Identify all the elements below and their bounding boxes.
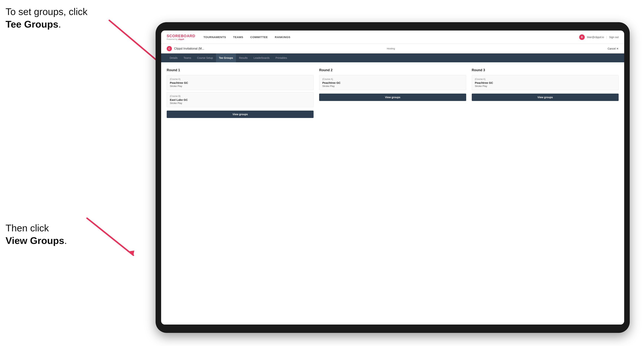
- tab-course-setup[interactable]: Course Setup: [194, 53, 216, 62]
- tab-results[interactable]: Results: [236, 53, 250, 62]
- instruction-top-line1: To set groups, click: [6, 6, 88, 17]
- round-2-course-a-card: (Course A) Peachtree GC Stroke Play: [319, 75, 466, 90]
- sign-out-link[interactable]: Sign out: [609, 36, 619, 39]
- round-2-view-groups-button[interactable]: View groups: [319, 94, 466, 101]
- tab-details[interactable]: Details: [167, 53, 180, 62]
- rounds-grid: Round 1 (Course A) Peachtree GC Stroke P…: [167, 68, 619, 118]
- round-3-course-a-format: Stroke Play: [475, 85, 616, 87]
- instruction-top-bold: Tee Groups: [6, 19, 58, 30]
- round-1-title: Round 1: [167, 68, 314, 72]
- logo-sub: Powered by clippit: [167, 38, 195, 40]
- round-1-course-b-card: (Course B) East Lake GC Stroke Play: [167, 92, 314, 107]
- round-3-course-a-card: (Course A) Peachtree GC Stroke Play: [472, 75, 619, 90]
- nav-tournaments[interactable]: TOURNAMENTS: [203, 34, 227, 40]
- round-3-view-groups-button[interactable]: View groups: [472, 94, 619, 101]
- top-nav: SCOREBOARD Powered by clippit TOURNAMENT…: [161, 30, 624, 44]
- round-2-course-a-name: Peachtree GC: [322, 81, 463, 84]
- nav-committee[interactable]: COMMITTEE: [250, 34, 268, 40]
- round-3-column: Round 3 (Course A) Peachtree GC Stroke P…: [472, 68, 619, 118]
- nav-teams[interactable]: TEAMS: [232, 34, 244, 40]
- round-2-course-a-format: Stroke Play: [322, 85, 463, 87]
- tab-teams[interactable]: Teams: [180, 53, 194, 62]
- round-1-course-a-name: Peachtree GC: [170, 81, 310, 84]
- cancel-button[interactable]: Cancel ✕: [608, 47, 619, 50]
- logo-area: SCOREBOARD Powered by clippit: [167, 34, 195, 40]
- nav-right: B blair@clippd.io | Sign out: [579, 34, 619, 40]
- round-3-title: Round 3: [472, 68, 619, 72]
- tournament-name: Clippd Invitational (M...: [174, 47, 387, 50]
- main-content: Round 1 (Course A) Peachtree GC Stroke P…: [161, 62, 624, 325]
- instruction-top: To set groups, click Tee Groups.: [6, 5, 88, 30]
- user-avatar: B: [579, 34, 585, 40]
- round-1-course-b-format: Stroke Play: [170, 102, 310, 105]
- tournament-header: C Clippd Invitational (M... Hosting Canc…: [161, 44, 624, 53]
- tournament-logo: C: [167, 46, 172, 51]
- round-1-course-a-label: (Course A): [170, 78, 310, 80]
- tab-printables[interactable]: Printables: [273, 53, 290, 62]
- round-2-title: Round 2: [319, 68, 466, 72]
- tab-tee-groups[interactable]: Tee Groups: [216, 53, 236, 62]
- instruction-bottom-punct: .: [64, 235, 67, 246]
- round-2-course-a-label: (Course A): [322, 78, 463, 80]
- instruction-bottom: Then click View Groups.: [6, 222, 67, 247]
- tab-leaderboards[interactable]: Leaderboards: [250, 53, 272, 62]
- instruction-top-punct: .: [58, 19, 61, 30]
- main-nav: TOURNAMENTS TEAMS COMMITTEE RANKINGS: [203, 34, 579, 40]
- tablet-frame: SCOREBOARD Powered by clippit TOURNAMENT…: [156, 22, 630, 333]
- instruction-bottom-bold: View Groups: [6, 235, 64, 246]
- svg-marker-3: [128, 251, 134, 255]
- round-1-course-b-name: East Lake GC: [170, 98, 310, 101]
- instruction-bottom-line1: Then click: [6, 223, 49, 233]
- round-2-column: Round 2 (Course A) Peachtree GC Stroke P…: [319, 68, 466, 118]
- round-1-view-groups-button[interactable]: View groups: [167, 111, 314, 118]
- round-1-course-a-format: Stroke Play: [170, 85, 310, 87]
- logo-text: SCOREBOARD: [167, 34, 195, 38]
- round-3-course-a-label: (Course A): [475, 78, 616, 80]
- sub-nav: Details Teams Course Setup Tee Groups Re…: [161, 53, 624, 62]
- svg-line-2: [87, 218, 133, 255]
- round-3-course-a-name: Peachtree GC: [475, 81, 616, 84]
- round-1-column: Round 1 (Course A) Peachtree GC Stroke P…: [167, 68, 314, 118]
- user-email: blair@clippd.io: [587, 36, 604, 39]
- tablet-screen: SCOREBOARD Powered by clippit TOURNAMENT…: [161, 30, 624, 325]
- view-groups-arrow: [82, 214, 141, 263]
- round-1-course-b-label: (Course B): [170, 95, 310, 97]
- tournament-status: Hosting: [387, 47, 395, 50]
- round-1-course-a-card: (Course A) Peachtree GC Stroke Play: [167, 75, 314, 90]
- nav-rankings[interactable]: RANKINGS: [274, 34, 291, 40]
